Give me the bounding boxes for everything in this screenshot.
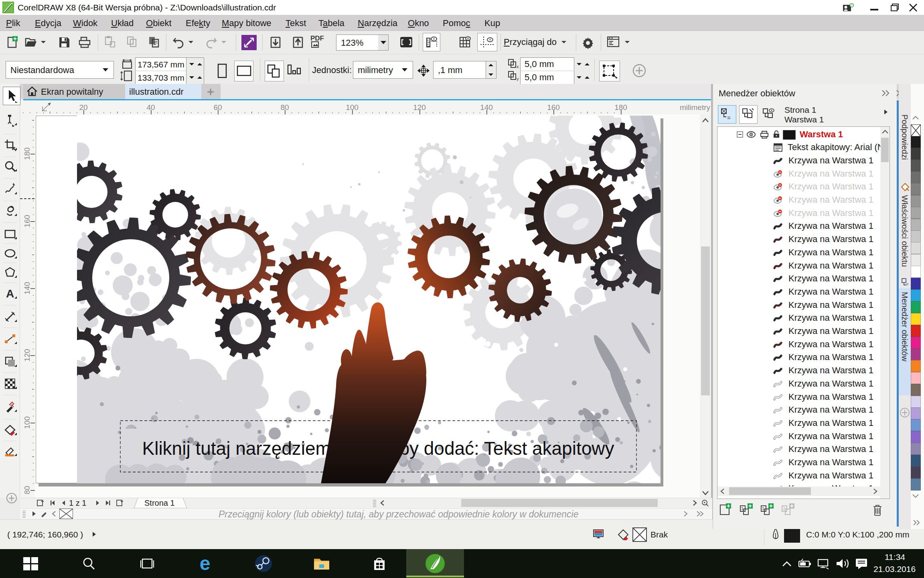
svg-text:=: = <box>906 282 908 287</box>
svg-text:1: 1 <box>762 507 764 511</box>
svg-text:80: 80 <box>23 486 31 494</box>
svg-text:2: 2 <box>783 507 785 511</box>
svg-text:120: 120 <box>23 349 31 362</box>
svg-text:A: A <box>6 287 14 300</box>
svg-text:e: e <box>200 554 211 573</box>
svg-text:160: 160 <box>23 215 31 228</box>
svg-text:1: 1 <box>741 507 744 511</box>
svg-text:=: = <box>727 114 731 121</box>
svg-text:180: 180 <box>23 147 31 160</box>
svg-text:x: x <box>517 64 519 69</box>
svg-text:100: 100 <box>23 416 31 429</box>
svg-text:y: y <box>517 76 519 81</box>
svg-text:140: 140 <box>23 282 31 295</box>
svg-text:milimetry: milimetry <box>680 103 710 112</box>
